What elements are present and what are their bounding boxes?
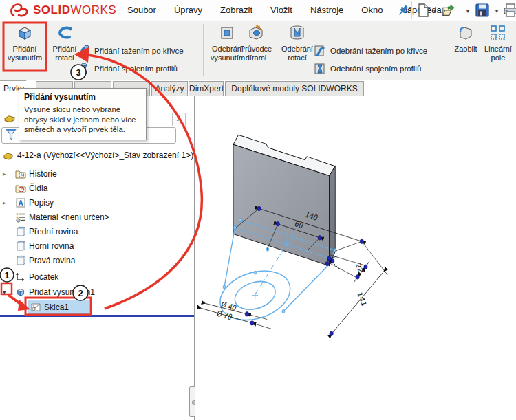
dim-line-141 (332, 272, 383, 333)
print-icon[interactable] (503, 3, 516, 18)
sketch-icon (30, 302, 41, 313)
solidworks-window: SOLIDWORKS Soubor Úpravy Zobrazit Vložit… (0, 0, 516, 420)
lofted-cut-label: Odebrání spojením profilů (330, 65, 421, 73)
tree-root-label: 4-12-a (Výchozí<<Výchozí>_Stav zobrazení… (17, 151, 193, 160)
menu-upravy[interactable]: Úpravy (165, 0, 211, 21)
lofted-boss-icon (77, 62, 91, 76)
open-dropdown-caret[interactable]: ▾ (466, 8, 469, 14)
solidworks-logo: SOLIDWORKS (10, 2, 116, 19)
tree-item-cidla[interactable]: Čidla (0, 181, 193, 195)
tree-item-label: Historie (29, 169, 57, 179)
tab-dimxpert[interactable]: DimXpert (189, 81, 224, 96)
hole-wizard-label: Průvodce dírami (237, 45, 275, 63)
swept-boss-label: Přidání tažením po křivce (94, 47, 184, 55)
lofted-boss-button[interactable]: Přidání spojením profilů (77, 61, 178, 76)
tab-analyzy[interactable]: Analýzy (151, 81, 188, 96)
revolve-boss-button[interactable]: Přidání rotací (48, 23, 81, 63)
cut-revolve-button[interactable]: Odebrání rotací (277, 23, 317, 63)
swept-cut-icon (313, 44, 327, 58)
fillet-icon (456, 23, 475, 43)
cut-extrude-icon (218, 23, 237, 43)
swept-boss-button[interactable]: Přidání tažením po křivce (77, 43, 184, 58)
save-dropdown-caret[interactable]: ▾ (495, 8, 498, 14)
origin-icon (15, 272, 26, 283)
tree-item-popisy[interactable]: ▸ A Popisy (0, 196, 193, 210)
plane-icon (15, 255, 26, 266)
plane-icon (15, 241, 26, 252)
linear-pattern-icon (488, 23, 508, 43)
dim-depth: 141 (356, 289, 367, 307)
boss-extrude-icon (15, 287, 26, 298)
menu-soubor[interactable]: Soubor (118, 0, 165, 21)
tree-item-material[interactable]: Materiál <není určen> (0, 210, 193, 224)
ds-logo-icon (10, 3, 30, 18)
swept-cut-label: Odebrání tažením po křivce (330, 47, 427, 55)
tree-item-label: Materiál <není určen> (29, 212, 109, 222)
menu-bar: SOLIDWORKS Soubor Úpravy Zobrazit Vložit… (0, 0, 516, 21)
tree-item-label: Skica1 (44, 302, 69, 312)
lofted-cut-button[interactable]: Odebrání spojením profilů (313, 61, 421, 76)
tooltip-title: Přidání vysunutím (24, 92, 141, 102)
sketch-center-cross (252, 291, 258, 299)
sensors-folder-icon (15, 183, 26, 194)
cut-revolve-label: Odebrání rotací (277, 45, 317, 63)
new-dropdown-caret[interactable]: ▾ (433, 8, 436, 14)
tree-item-skica1[interactable]: Skica1 (0, 300, 193, 314)
tree-item-label: Přední rovina (29, 227, 78, 236)
new-document-icon[interactable] (416, 3, 431, 18)
rollback-bar[interactable] (0, 315, 194, 317)
sketch-midpoint-asterisk (284, 240, 290, 247)
tree-item-label: Horní rovina (29, 241, 74, 251)
lofted-boss-label: Přidání spojením profilů (94, 65, 178, 73)
filter-funnel-icon (5, 128, 17, 142)
tree-item-label: Čidla (29, 184, 47, 193)
menu-zobrazit[interactable]: Zobrazit (211, 0, 261, 21)
ribbon-separator-2 (449, 24, 449, 76)
tab-doplnkove-moduly[interactable]: Doplňkové moduly SOLIDWORKS (225, 81, 364, 96)
expander-collapsed-icon[interactable]: ▸ (3, 199, 6, 206)
pin-menu-icon[interactable] (396, 3, 410, 17)
linear-pattern-label: Lineární pole (482, 45, 515, 63)
expander-collapsed-icon[interactable]: ▸ (3, 170, 6, 177)
graphics-viewport[interactable]: 140 60 Ø 40 Ø 70 141 22 (195, 96, 516, 420)
tree-item-pridat-vysunutim1[interactable]: ▾ Přidat vysunutím1 (0, 285, 193, 299)
tree-item-pocatek[interactable]: Počátek (0, 270, 193, 284)
menu-vlozit[interactable]: Vložit (261, 0, 301, 21)
cut-revolve-icon (288, 23, 307, 43)
tree-item-label: Přidat vysunutím1 (29, 287, 95, 297)
fillet-button[interactable]: Zaoblit (451, 23, 480, 54)
menubar-separator (411, 1, 412, 19)
menu-nastroje[interactable]: Nástroje (301, 0, 352, 21)
swept-boss-icon (77, 44, 91, 58)
lofted-cut-icon (313, 62, 327, 76)
command-tooltip: Přidání vysunutím Vysune skicu nebo vybr… (19, 88, 147, 140)
boss-extrude-icon (15, 23, 34, 43)
hole-wizard-icon (246, 23, 266, 43)
open-icon[interactable] (442, 3, 457, 18)
revolve-boss-label: Přidání rotací (48, 45, 81, 63)
command-ribbon: Přidání vysunutím Přidání rotací Přidání… (0, 21, 516, 81)
swept-cut-button[interactable]: Odebrání tažením po křivce (313, 43, 427, 58)
tree-item-historie[interactable]: ▸ Historie (0, 167, 193, 181)
brand-text: SOLIDWORKS (33, 3, 116, 17)
part-model[interactable] (233, 135, 335, 265)
tree-root[interactable]: 4-12-a (Výchozí<<Výchozí>_Stav zobrazení… (0, 148, 193, 162)
boss-extrude-button[interactable]: Přidání vysunutím (3, 23, 46, 63)
hole-wizard-button[interactable]: Průvodce dírami (237, 23, 275, 63)
menu-okno[interactable]: Okno (352, 0, 391, 21)
annotations-folder-icon: A (15, 197, 26, 208)
tree-item-prava-rovina[interactable]: Pravá rovina (0, 254, 193, 267)
expander-expanded-icon[interactable]: ▾ (3, 289, 6, 296)
linear-pattern-button[interactable]: Lineární pole (482, 23, 515, 63)
tree-item-horni-rovina[interactable]: Horní rovina (0, 239, 193, 253)
part-icon (3, 150, 14, 161)
tree-item-label: Počátek (29, 272, 58, 282)
part-icon (3, 111, 16, 124)
fillet-label: Zaoblit (454, 45, 477, 54)
material-icon (15, 212, 26, 223)
flyout-expand-button[interactable]: > (172, 113, 186, 126)
svg-text:A: A (18, 199, 23, 207)
tree-item-predni-rovina[interactable]: Přední rovina (0, 225, 193, 239)
save-icon[interactable] (475, 3, 490, 18)
revolve-boss-icon (55, 23, 74, 43)
